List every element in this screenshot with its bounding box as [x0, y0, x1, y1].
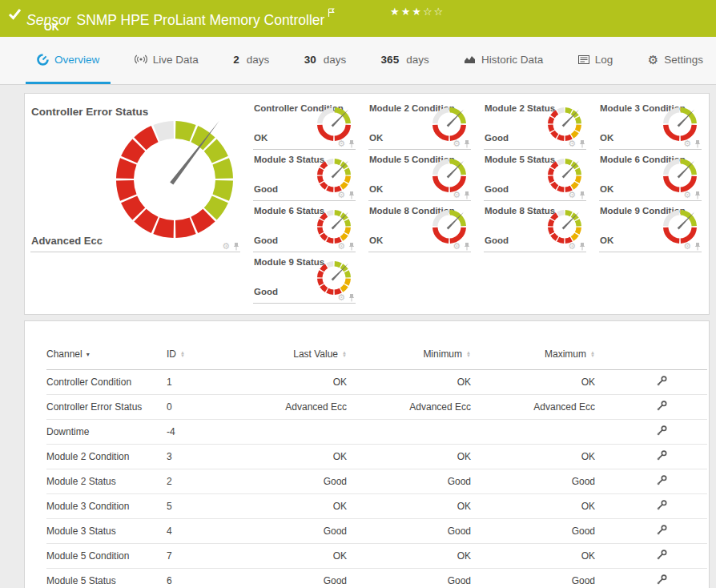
gauge-title: Module 8 Status: [485, 206, 555, 215]
gear-icon[interactable]: ⚙: [337, 139, 345, 148]
cell-last-value: Advanced Ecc: [239, 395, 371, 420]
sort-icon: ▲▼: [466, 351, 471, 358]
sensor-name: SNMP HPE ProLiant Memory Controller: [76, 12, 324, 28]
pin-icon[interactable]: [694, 139, 701, 148]
gauge-cell-controller-condition[interactable]: Controller ConditionOK⚙: [247, 99, 363, 150]
pin-icon[interactable]: [348, 191, 355, 199]
gear-icon[interactable]: ⚙: [222, 242, 230, 251]
gauge-cell-module-9-condition[interactable]: Module 9 ConditionOK⚙: [593, 201, 709, 252]
gauge-cell-module-5-status[interactable]: Module 5 StatusGood⚙: [478, 150, 593, 201]
table-row: Controller Error Status0Advanced EccAdva…: [46, 395, 707, 420]
column-header-last-value[interactable]: Last Value▲▼: [239, 345, 371, 370]
gauge-cell-module-8-status[interactable]: Module 8 StatusGood⚙: [478, 201, 593, 252]
wrench-icon[interactable]: [656, 524, 668, 538]
cell-maximum: OK: [495, 494, 619, 519]
gear-icon[interactable]: ⚙: [568, 242, 576, 251]
pin-icon[interactable]: [348, 242, 355, 251]
status-badge: OK: [44, 22, 59, 33]
tab-historic-data[interactable]: Historic Data: [453, 37, 554, 84]
flag-icon[interactable]: [328, 5, 335, 21]
pin-icon[interactable]: [579, 139, 585, 148]
tab-settings[interactable]: ⚙ Settings: [637, 37, 714, 84]
cell-minimum: OK: [371, 494, 495, 519]
table-row: Controller Condition1OKOKOK: [46, 370, 707, 395]
tab-30-days[interactable]: 30 days: [293, 37, 358, 84]
pin-icon[interactable]: [694, 242, 701, 251]
cell-minimum: OK: [371, 544, 495, 569]
gauge-cell-module-6-status[interactable]: Module 6 StatusGood⚙: [247, 201, 363, 252]
wrench-icon[interactable]: [656, 549, 668, 563]
wrench-icon[interactable]: [656, 400, 668, 414]
gear-icon[interactable]: ⚙: [337, 293, 345, 302]
pin-icon[interactable]: [694, 191, 701, 199]
gauge-cell-module-6-condition[interactable]: Module 6 ConditionOK⚙: [593, 150, 709, 201]
cell-maximum: Good: [495, 469, 619, 494]
gauge-value: Good: [254, 236, 278, 245]
condition-gauge-chart: [430, 156, 469, 195]
tab-365-days[interactable]: 365 days: [370, 37, 440, 84]
gauge-title: Module 9 Status: [254, 257, 324, 267]
cell-settings: [619, 420, 707, 445]
cell-last-value: OK: [239, 544, 371, 569]
broadcast-icon: [135, 54, 147, 64]
cell-minimum: [371, 420, 495, 445]
gear-icon[interactable]: ⚙: [453, 242, 461, 251]
gauge-cell-module-2-status[interactable]: Module 2 StatusGood⚙: [478, 99, 593, 150]
cell-id: 5: [167, 494, 239, 519]
wrench-icon[interactable]: [656, 425, 668, 439]
column-header-maximum[interactable]: Maximum▲▼: [495, 345, 619, 370]
gauge-cell-controller-error-status[interactable]: Controller Error Status Advanced Ecc ⚙: [25, 99, 247, 252]
tab-overview[interactable]: Overview: [26, 37, 111, 84]
gauge-cell-module-5-condition[interactable]: Module 5 ConditionOK⚙: [363, 150, 478, 201]
pin-icon[interactable]: [464, 191, 470, 199]
gear-icon[interactable]: ⚙: [683, 242, 691, 251]
column-header-id[interactable]: ID▲▼: [167, 345, 239, 370]
gauge-cell-module-3-status[interactable]: Module 3 StatusGood⚙: [247, 150, 363, 201]
gauge-cell-module-2-condition[interactable]: Module 2 ConditionOK⚙: [363, 99, 478, 150]
cell-settings: [619, 494, 707, 519]
column-header-channel[interactable]: Channel▾: [46, 345, 167, 370]
gear-icon[interactable]: ⚙: [683, 191, 691, 199]
gear-icon[interactable]: ⚙: [337, 191, 345, 199]
pin-icon[interactable]: [464, 139, 470, 148]
gauge-cell-module-3-condition[interactable]: Module 3 ConditionOK⚙: [593, 99, 709, 150]
pin-icon[interactable]: [579, 191, 585, 199]
gear-icon[interactable]: ⚙: [568, 139, 576, 148]
tab-live-data[interactable]: Live Data: [123, 37, 210, 84]
cell-maximum: Good: [495, 519, 619, 544]
condition-gauge-chart: [661, 156, 699, 195]
condition-gauge-chart: [661, 207, 699, 246]
wrench-icon[interactable]: [656, 375, 668, 389]
cell-last-value: [239, 420, 371, 445]
gear-icon[interactable]: ⚙: [683, 139, 691, 148]
gauge-cell-module-9-status[interactable]: Module 9 StatusGood⚙: [247, 252, 363, 304]
status-gauge-chart: [545, 105, 584, 143]
wrench-icon[interactable]: [656, 474, 668, 489]
tab-log[interactable]: Log: [567, 37, 625, 84]
cell-channel: Downtime: [46, 420, 167, 445]
gear-icon[interactable]: ⚙: [453, 139, 461, 148]
wrench-icon[interactable]: [656, 449, 668, 464]
status-gauge-chart: [315, 207, 353, 246]
pin-icon[interactable]: [579, 242, 585, 251]
table-row: Module 2 Status2GoodGoodGood: [46, 469, 707, 494]
pin-icon[interactable]: [348, 293, 355, 302]
gauge-cell-module-8-condition[interactable]: Module 8 ConditionOK⚙: [363, 201, 478, 252]
gear-icon[interactable]: ⚙: [337, 242, 345, 251]
status-gauge-chart: [545, 156, 584, 195]
gear-icon[interactable]: ⚙: [453, 191, 461, 199]
cell-channel: Module 5 Status: [46, 569, 167, 588]
pin-icon[interactable]: [233, 242, 239, 251]
cell-settings: [619, 395, 707, 420]
tab-2-days[interactable]: 2 days: [222, 37, 280, 84]
pin-icon[interactable]: [348, 139, 355, 148]
cell-last-value: OK: [239, 445, 371, 469]
priority-stars[interactable]: ★★★☆☆: [390, 6, 444, 18]
wrench-icon[interactable]: [656, 499, 668, 513]
cell-id: 6: [167, 569, 239, 588]
column-header-minimum[interactable]: Minimum▲▼: [371, 345, 495, 370]
pin-icon[interactable]: [464, 242, 470, 251]
wrench-icon[interactable]: [656, 574, 668, 588]
gear-icon[interactable]: ⚙: [568, 191, 576, 199]
gauge-title: Module 6 Status: [254, 206, 324, 215]
